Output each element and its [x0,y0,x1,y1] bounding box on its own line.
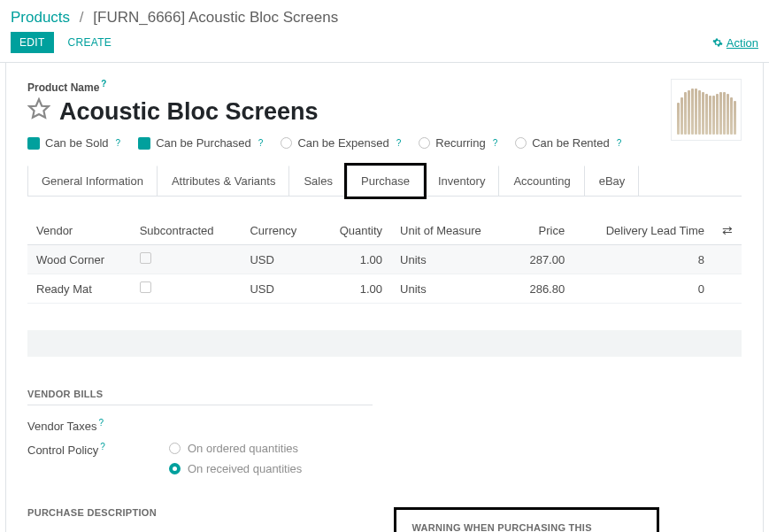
edit-button[interactable]: Edit [11,32,54,53]
create-button[interactable]: Create [59,32,121,53]
checkbox-can-expensed[interactable] [281,137,292,149]
section-vendor-bills: VENDOR BILLS [27,389,373,405]
help-icon[interactable]: ? [116,138,121,148]
product-name-label: Product Name? [27,81,106,94]
product-title: Acoustic Bloc Screens [59,98,319,126]
breadcrumb-separator: / [80,9,84,26]
section-purchase-description: PURCHASE DESCRIPTION [27,507,376,518]
empty-footer-row [27,330,742,357]
cell-lead: 8 [573,245,713,274]
vendor-table: Vendor Subcontracted Currency Quantity U… [27,216,742,304]
cell-price: 287.00 [510,245,573,274]
checkbox-can-purchased[interactable] [138,137,150,150]
radio-on-ordered[interactable] [169,443,181,454]
warning-box: WARNING WHEN PURCHASING THIS PRODUCT No … [394,507,659,532]
cell-vendor: Wood Corner [27,245,131,274]
th-quantity[interactable]: Quantity [319,216,391,245]
help-icon[interactable]: ? [617,138,622,148]
favorite-star-icon[interactable] [27,97,50,126]
help-icon[interactable]: ? [493,138,498,148]
control-policy-label: Control Policy? [27,442,169,475]
table-row[interactable]: Ready Mat USD 1.00 Units 286.80 0 [27,274,742,304]
cell-lead: 0 [573,274,713,304]
help-icon[interactable]: ? [100,442,105,451]
recurring-label: Recurring [435,136,485,150]
cell-qty: 1.00 [319,274,391,304]
breadcrumb-root[interactable]: Products [11,9,70,26]
cell-uom: Units [391,245,510,274]
cell-uom: Units [391,274,510,304]
breadcrumb-current: [FURN_6666] Acoustic Bloc Screens [93,9,338,26]
cell-qty: 1.00 [319,245,391,274]
on-received-label: On received quantities [188,462,302,475]
action-button[interactable]: Action [712,36,758,50]
checkbox-subcontracted[interactable] [140,252,151,264]
th-vendor[interactable]: Vendor [27,216,131,245]
vendor-taxes-label: Vendor Taxes? [27,418,169,433]
tab-content: Vendor Subcontracted Currency Quantity U… [27,197,742,532]
checkbox-can-sold[interactable] [27,137,40,150]
product-image[interactable] [671,79,742,141]
help-icon[interactable]: ? [101,79,106,89]
cell-currency: USD [241,245,318,274]
th-price[interactable]: Price [510,216,573,245]
can-purchased-label: Can be Purchased [156,136,251,150]
can-expensed-label: Can be Expensed [297,136,388,150]
tab-accounting[interactable]: Accounting [499,166,584,196]
tabs: General Information Attributes & Variant… [27,166,742,197]
svg-marker-0 [29,99,49,118]
can-rented-label: Can be Rented [532,136,609,150]
form-sheet: Product Name? Acoustic Bloc Screens Can … [5,63,764,532]
tab-inventory[interactable]: Inventory [424,166,499,196]
warning-title: WARNING WHEN PURCHASING THIS PRODUCT [412,522,641,532]
action-label: Action [727,36,758,50]
cell-vendor: Ready Mat [27,274,131,304]
th-currency[interactable]: Currency [241,216,318,245]
tab-sales[interactable]: Sales [289,166,347,196]
gear-icon [712,37,723,48]
on-ordered-label: On ordered quantities [188,442,298,455]
help-icon[interactable]: ? [99,418,104,428]
tab-general-information[interactable]: General Information [27,166,158,196]
tab-ebay[interactable]: eBay [585,166,640,196]
cell-price: 286.80 [510,274,573,304]
table-row[interactable]: Wood Corner USD 1.00 Units 287.00 8 [27,245,742,274]
help-icon[interactable]: ? [396,138,402,148]
toolbar: Edit Create Action [0,32,769,63]
checkbox-recurring[interactable] [419,137,430,149]
radio-on-received[interactable] [169,463,181,474]
th-uom[interactable]: Unit of Measure [391,216,510,245]
columns-settings-icon[interactable]: ⇄ [722,223,733,237]
product-options: Can be Sold? Can be Purchased? Can be Ex… [27,136,671,150]
product-image-illustration [677,85,736,135]
checkbox-subcontracted[interactable] [140,281,151,293]
th-subcontracted[interactable]: Subcontracted [131,216,242,245]
tab-purchase[interactable]: Purchase [347,166,424,197]
breadcrumb: Products / [FURN_6666] Acoustic Bloc Scr… [0,0,769,32]
th-lead[interactable]: Delivery Lead Time [573,216,713,245]
cell-currency: USD [241,274,318,304]
checkbox-can-rented[interactable] [515,137,527,149]
can-sold-label: Can be Sold [45,136,109,150]
tab-attributes-variants[interactable]: Attributes & Variants [158,166,290,196]
help-icon[interactable]: ? [258,138,264,148]
